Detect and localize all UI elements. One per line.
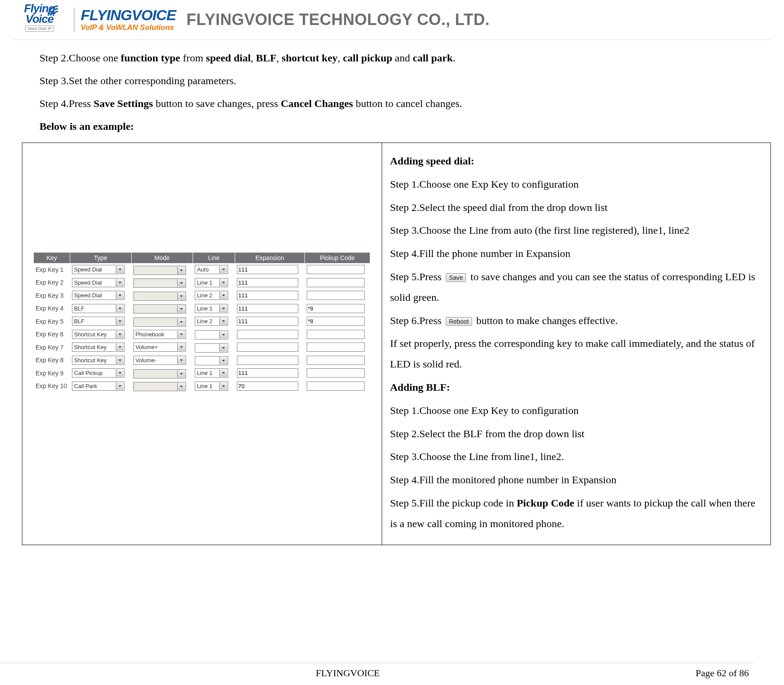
chevron-down-icon <box>116 357 124 364</box>
select[interactable]: Speed Dial <box>72 291 125 300</box>
select[interactable] <box>195 330 228 339</box>
select[interactable]: Line 2 <box>195 291 228 300</box>
text-input[interactable] <box>237 291 298 300</box>
chevron-down-icon <box>177 357 185 364</box>
col-pickup-code: Pickup Code <box>305 253 370 263</box>
table-row: Exp Key 8Shortcut KeyVolume- <box>34 354 370 367</box>
text-input[interactable] <box>237 330 298 339</box>
text-input[interactable] <box>307 278 365 287</box>
key-label: Exp Key 7 <box>34 341 70 354</box>
text-input[interactable] <box>237 304 298 313</box>
table-row: Exp Key 6Shortcut KeyPhonebook <box>34 328 370 341</box>
select[interactable]: Line 1 <box>195 382 228 391</box>
text-input[interactable] <box>307 368 365 378</box>
key-label: Exp Key 3 <box>34 289 70 302</box>
chevron-down-icon <box>177 370 185 378</box>
select[interactable]: Speed Dial <box>72 265 125 274</box>
asd-step-4: Step 4.Fill the phone number in Expansio… <box>390 243 763 264</box>
asd-step-5: Step 5.Press Save to save changes and yo… <box>390 267 763 308</box>
select[interactable]: Line 1 <box>195 278 228 287</box>
key-label: Exp Key 2 <box>34 276 70 289</box>
text-input[interactable] <box>307 342 365 352</box>
reboot-button[interactable]: Reboot <box>446 317 472 326</box>
step-2: Step 2.Choose one function type from spe… <box>39 51 771 64</box>
select[interactable]: Line 2 <box>195 317 228 326</box>
select[interactable]: Phonebook <box>133 330 186 339</box>
logo-badge: Voice Over IP <box>25 25 54 32</box>
ablf-step-3: Step 3.Choose the Line from line1, line2… <box>390 446 763 467</box>
key-label: Exp Key 10 <box>34 380 70 393</box>
select[interactable]: BLF <box>72 317 125 326</box>
ablf-step-5: Step 5.Fill the pickup code in Pickup Co… <box>390 493 763 534</box>
logo-icon: Flying Voice Voice Over IP <box>13 3 66 37</box>
document-body: Step 2.Choose one function type from spe… <box>13 51 771 545</box>
ablf-step-2: Step 2.Select the BLF from the drop down… <box>390 424 763 444</box>
chevron-down-icon <box>219 279 227 286</box>
col-expansion: Expansion <box>235 253 305 263</box>
key-label: Exp Key 9 <box>34 367 70 380</box>
chevron-down-icon <box>219 266 227 273</box>
key-label: Exp Key 8 <box>34 354 70 367</box>
select[interactable]: BLF <box>72 304 125 313</box>
chevron-down-icon <box>116 266 124 273</box>
text-input[interactable] <box>237 278 298 287</box>
chevron-down-icon <box>177 293 185 300</box>
chevron-down-icon <box>177 267 185 274</box>
text-input[interactable] <box>307 317 365 326</box>
chevron-down-icon <box>177 383 185 390</box>
select[interactable]: Shortcut Key <box>72 356 125 365</box>
select[interactable]: Speed Dial <box>72 278 125 287</box>
text-input[interactable] <box>237 342 298 352</box>
select[interactable]: Call Park <box>72 382 125 391</box>
select[interactable] <box>133 382 186 391</box>
asd-step-3: Step 3.Choose the Line from auto (the fi… <box>390 220 763 241</box>
adding-blf-title: Adding BLF: <box>390 377 763 398</box>
chevron-down-icon <box>177 343 185 351</box>
text-input[interactable] <box>237 382 298 391</box>
select[interactable]: Line 1 <box>195 368 228 378</box>
chevron-down-icon <box>116 343 124 351</box>
chevron-down-icon <box>219 305 227 312</box>
text-input[interactable] <box>307 356 365 365</box>
table-row: Exp Key 5BLFLine 2 <box>34 315 370 328</box>
select[interactable]: Shortcut Key <box>72 330 125 339</box>
save-button[interactable]: Save <box>446 273 466 282</box>
select[interactable]: Call Pickup <box>72 368 125 378</box>
logo-brand: FLYINGVOICE <box>81 7 176 22</box>
text-input[interactable] <box>307 304 365 313</box>
key-label: Exp Key 1 <box>34 263 70 276</box>
table-row: Exp Key 7Shortcut KeyVolume+ <box>34 341 370 354</box>
chevron-down-icon <box>116 318 124 325</box>
wave-icon <box>46 4 62 17</box>
select[interactable] <box>195 343 228 353</box>
asd-step-2: Step 2.Select the speed dial from the dr… <box>390 197 763 218</box>
select[interactable] <box>133 318 186 327</box>
text-input[interactable] <box>237 265 298 274</box>
select[interactable] <box>133 278 186 288</box>
asd-note: If set properly, press the corresponding… <box>390 333 763 375</box>
text-input[interactable] <box>307 265 365 274</box>
chevron-down-icon <box>177 318 185 326</box>
text-input[interactable] <box>307 382 365 391</box>
text-input[interactable] <box>237 317 298 326</box>
text-input[interactable] <box>307 330 365 339</box>
table-row: Exp Key 3Speed DialLine 2 <box>34 289 370 302</box>
text-input[interactable] <box>237 368 298 378</box>
select[interactable] <box>133 304 186 314</box>
text-input[interactable] <box>237 356 298 365</box>
select[interactable] <box>133 266 186 275</box>
chevron-down-icon <box>116 292 124 299</box>
footer-divider <box>0 663 753 663</box>
select[interactable] <box>195 356 228 365</box>
select[interactable]: Shortcut Key <box>72 342 125 352</box>
select[interactable]: Line 1 <box>195 304 228 313</box>
select[interactable]: Auto <box>195 265 228 274</box>
select[interactable] <box>133 292 186 301</box>
select[interactable]: Volume+ <box>133 342 186 352</box>
select[interactable] <box>133 369 186 378</box>
chevron-down-icon <box>219 369 227 377</box>
step-4: Step 4.Press Save Settings button to sav… <box>39 97 771 110</box>
table-row: Exp Key 10Call ParkLine 1 <box>34 380 370 393</box>
text-input[interactable] <box>307 291 365 300</box>
select[interactable]: Volume- <box>133 356 186 365</box>
